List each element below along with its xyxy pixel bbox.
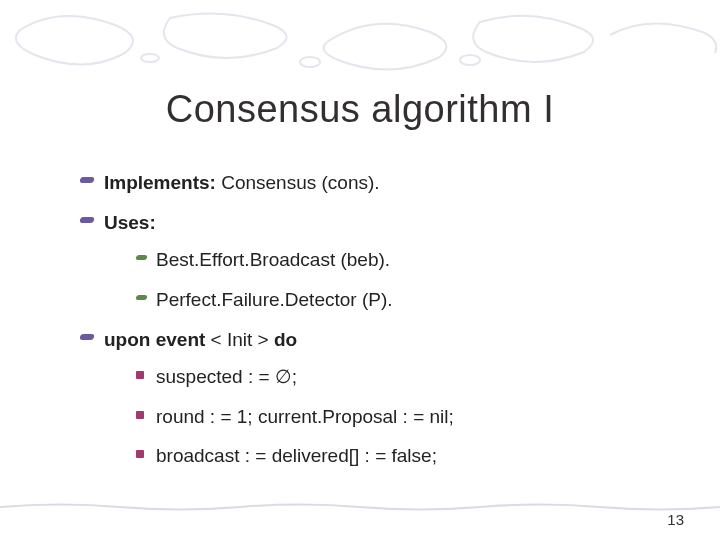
event-prefix: upon event [104,329,205,350]
event-sublist: suspected : = ∅; round : = 1; current.Pr… [136,364,650,469]
bottom-decoration [0,502,720,512]
event-line: upon event < Init > do suspected : = ∅; … [80,327,650,470]
implements-line: Implements: Consensus (cons). [80,170,650,196]
uses-item: Perfect.Failure.Detector (P). [136,287,650,313]
event-suffix: do [274,329,297,350]
event-item: suspected : = ∅; [136,364,650,390]
uses-item: Best.Effort.Broadcast (beb). [136,247,650,273]
event-item: broadcast : = delivered[] : = false; [136,443,650,469]
svg-point-1 [141,54,159,62]
implements-value: Consensus (cons). [216,172,380,193]
page-number: 13 [667,511,684,528]
event-mid: < Init > [205,329,274,350]
uses-label: Uses: [104,212,156,233]
content-list: Implements: Consensus (cons). Uses: Best… [80,170,650,483]
slide: Consensus algorithm I Implements: Consen… [0,0,720,540]
event-item: round : = 1; current.Proposal : = nil; [136,404,650,430]
top-decoration [0,0,720,78]
slide-title: Consensus algorithm I [0,88,720,131]
svg-point-2 [460,55,480,65]
uses-line: Uses: Best.Effort.Broadcast (beb). Perfe… [80,210,650,313]
svg-point-0 [300,57,320,67]
uses-sublist: Best.Effort.Broadcast (beb). Perfect.Fai… [136,247,650,312]
implements-label: Implements: [104,172,216,193]
